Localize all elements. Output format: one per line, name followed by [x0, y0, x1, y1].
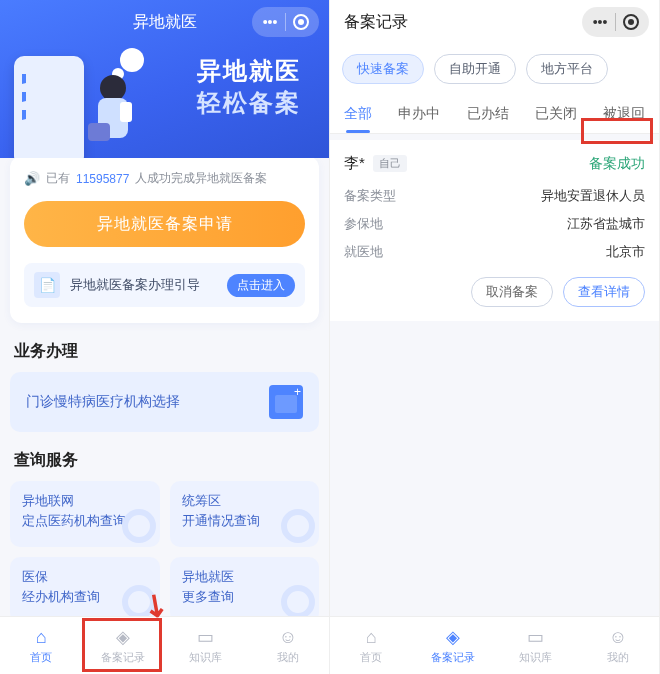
- home-icon: ⌂: [36, 627, 47, 648]
- hospital-icon: [269, 385, 303, 419]
- profile-icon: ☺: [609, 627, 627, 648]
- tab-records[interactable]: ◈ 备案记录: [82, 617, 164, 674]
- apply-button-label: 异地就医备案申请: [97, 214, 233, 235]
- guide-enter-label: 点击进入: [237, 278, 285, 292]
- tab-label: 知识库: [519, 650, 552, 665]
- tab-knowledge[interactable]: ▭ 知识库: [495, 617, 577, 674]
- tab-returned[interactable]: 被退回: [597, 105, 651, 123]
- tab-home[interactable]: ⌂ 首页: [0, 617, 82, 674]
- field-key: 参保地: [344, 215, 383, 233]
- field-key: 备案类型: [344, 187, 396, 205]
- tab-all[interactable]: 全部: [338, 105, 378, 123]
- hero-banner: 异地就医 ••• 异地就医 轻松备案: [0, 0, 329, 158]
- capsule-menu-icon[interactable]: •••: [255, 7, 285, 37]
- detail-label: 查看详情: [578, 284, 630, 299]
- filter-label: 地方平台: [541, 60, 593, 78]
- tab-label: 已办结: [467, 105, 509, 121]
- tabbar: ⌂ 首页 ◈ 备案记录 ▭ 知识库 ☺ 我的: [330, 616, 659, 674]
- tabbar: ⌂ 首页 ◈ 备案记录 ▭ 知识库 ☺ 我的: [0, 616, 329, 674]
- tab-label: 首页: [30, 650, 52, 665]
- mp-capsule[interactable]: •••: [582, 7, 649, 37]
- tile-deco-icon: [281, 509, 315, 543]
- self-tag: 自己: [373, 155, 407, 172]
- guide-enter-button[interactable]: 点击进入: [227, 274, 295, 297]
- mp-capsule[interactable]: •••: [252, 7, 319, 37]
- knowledge-icon: ▭: [197, 626, 214, 648]
- tile-chronic-label: 门诊慢特病医疗机构选择: [26, 393, 180, 411]
- tab-home[interactable]: ⌂ 首页: [330, 617, 412, 674]
- titlebar: 异地就医 •••: [0, 0, 329, 44]
- tab-label: 已关闭: [535, 105, 577, 121]
- svg-point-0: [100, 75, 126, 101]
- record-name: 李*: [344, 154, 365, 173]
- tile-chronic-disease[interactable]: 门诊慢特病医疗机构选择: [10, 372, 319, 432]
- field-key: 就医地: [344, 243, 383, 261]
- guide-document-icon: 📄: [34, 272, 60, 298]
- guide-text: 异地就医备案办理引导: [70, 276, 217, 294]
- status-tabs: 全部 申办中 已办结 已关闭 被退回: [330, 94, 659, 134]
- speaker-icon: 🔊: [24, 171, 40, 186]
- tab-label: 首页: [360, 650, 382, 665]
- tab-closed[interactable]: 已关闭: [529, 105, 583, 123]
- success-count-row: 🔊 已有 11595877 人成功完成异地就医备案: [24, 170, 305, 187]
- page-title: 异地就医: [133, 12, 197, 33]
- tab-label: 知识库: [189, 650, 222, 665]
- tab-label: 备案记录: [431, 650, 475, 665]
- tile-line1: 医保: [22, 567, 148, 587]
- tab-knowledge[interactable]: ▭ 知识库: [165, 617, 247, 674]
- record-name-row: 李* 自己: [344, 154, 407, 173]
- record-head: 李* 自己 备案成功: [344, 154, 645, 173]
- record-card: 李* 自己 备案成功 备案类型 异地安置退休人员 参保地 江苏省盐城市 就医地 …: [330, 140, 659, 321]
- query-grid: 异地联网 定点医药机构查询 统筹区 开通情况查询 医保 经办机构查询 异地就医 …: [10, 481, 319, 623]
- field-type: 备案类型 异地安置退休人员: [344, 187, 645, 205]
- tile-pool-area[interactable]: 统筹区 开通情况查询: [170, 481, 320, 547]
- home-icon: ⌂: [366, 627, 377, 648]
- success-prefix: 已有: [46, 170, 70, 187]
- tile-more-query[interactable]: 异地就医 更多查询: [170, 557, 320, 623]
- hero-person-illustration: [78, 68, 148, 158]
- field-value: 北京市: [606, 243, 645, 261]
- tab-label: 我的: [277, 650, 299, 665]
- filter-row: 快速备案 自助开通 地方平台: [330, 44, 659, 94]
- tab-label: 全部: [344, 105, 372, 121]
- page-title: 备案记录: [344, 12, 408, 33]
- filter-self[interactable]: 自助开通: [434, 54, 516, 84]
- field-insured-area: 参保地 江苏省盐城市: [344, 215, 645, 233]
- filter-local[interactable]: 地方平台: [526, 54, 608, 84]
- hero-title: 异地就医 轻松备案: [197, 55, 301, 120]
- apply-card: 🔊 已有 11595877 人成功完成异地就医备案 异地就医备案申请 📄 异地就…: [10, 156, 319, 323]
- section-query-title: 查询服务: [14, 450, 315, 471]
- tile-deco-icon: [281, 585, 315, 619]
- status-badge: 备案成功: [589, 155, 645, 173]
- capsule-close-icon[interactable]: [286, 7, 316, 37]
- filter-fast[interactable]: 快速备案: [342, 54, 424, 84]
- field-value: 异地安置退休人员: [541, 187, 645, 205]
- tab-label: 我的: [607, 650, 629, 665]
- tab-processing[interactable]: 申办中: [392, 105, 446, 123]
- profile-icon: ☺: [279, 627, 297, 648]
- capsule-close-icon[interactable]: [616, 7, 646, 37]
- filter-label: 快速备案: [357, 60, 409, 78]
- success-count: 11595877: [76, 172, 129, 186]
- records-icon: ◈: [116, 626, 130, 648]
- field-medical-area: 就医地 北京市: [344, 243, 645, 261]
- tile-network-pharmacy[interactable]: 异地联网 定点医药机构查询: [10, 481, 160, 547]
- tab-label: 申办中: [398, 105, 440, 121]
- screen-home: 异地就医 ••• 异地就医 轻松备案 🔊 已有 11595877: [0, 0, 330, 674]
- view-detail-button[interactable]: 查看详情: [563, 277, 645, 307]
- success-suffix: 人成功完成异地就医备案: [135, 170, 267, 187]
- records-icon: ◈: [446, 626, 460, 648]
- svg-rect-3: [88, 123, 110, 141]
- tile-line1: 统筹区: [182, 491, 308, 511]
- guide-row[interactable]: 📄 异地就医备案办理引导 点击进入: [24, 263, 305, 307]
- titlebar: 备案记录 •••: [330, 0, 659, 44]
- tab-profile[interactable]: ☺ 我的: [247, 617, 329, 674]
- capsule-menu-icon[interactable]: •••: [585, 7, 615, 37]
- tab-profile[interactable]: ☺ 我的: [577, 617, 659, 674]
- tab-done[interactable]: 已办结: [461, 105, 515, 123]
- apply-button[interactable]: 异地就医备案申请: [24, 201, 305, 247]
- tile-insurance-agency[interactable]: 医保 经办机构查询: [10, 557, 160, 623]
- tab-records[interactable]: ◈ 备案记录: [412, 617, 494, 674]
- record-actions: 取消备案 查看详情: [344, 277, 645, 307]
- cancel-record-button[interactable]: 取消备案: [471, 277, 553, 307]
